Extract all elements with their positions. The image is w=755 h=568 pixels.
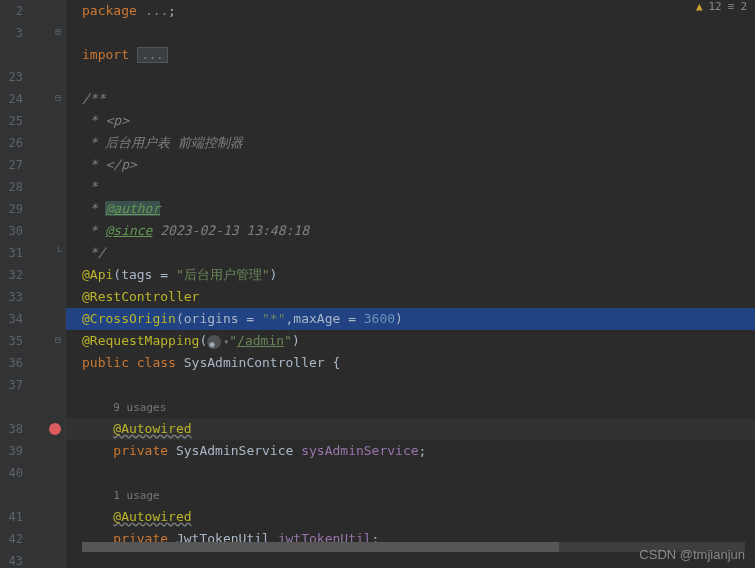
brace: {	[325, 355, 341, 370]
quote: "	[284, 333, 292, 348]
code-line[interactable]: * </p>	[66, 154, 755, 176]
code-line[interactable]: @Autowired	[66, 418, 755, 440]
scrollbar-thumb[interactable]	[82, 542, 559, 552]
gutter-line[interactable]: 33	[0, 286, 65, 308]
usages-hint[interactable]: 9 usages	[113, 401, 166, 414]
line-number: 36	[9, 352, 23, 374]
fold-icon[interactable]: ⊟	[53, 93, 63, 103]
gutter: 23⊞2324⊟25262728293031└32333435⊟36373839…	[0, 0, 66, 568]
gutter-line[interactable]: 41	[0, 506, 65, 528]
line-number: 30	[9, 220, 23, 242]
string-literal: "后台用户管理"	[176, 267, 270, 282]
code-line[interactable]	[66, 462, 755, 484]
gutter-line[interactable]: 39	[0, 440, 65, 462]
doc-tag-author: @author	[105, 201, 160, 216]
fold-icon[interactable]: ⊟	[53, 335, 63, 345]
code-area[interactable]: ▲12 ≡2 package ...; import ... /** * <p>…	[66, 0, 755, 568]
watermark: CSDN @tmjianjun	[639, 547, 745, 562]
code-line[interactable]: @Api(tags = "后台用户管理")	[66, 264, 755, 286]
gutter-line[interactable]: 3⊞	[0, 22, 65, 44]
code-line[interactable]: */	[66, 242, 755, 264]
code-line[interactable]: * @author	[66, 198, 755, 220]
attr-maxage: maxAge	[293, 311, 340, 326]
javadoc-date: 2023-02-13 13:48:18	[152, 223, 309, 238]
code-line[interactable]: *	[66, 176, 755, 198]
attr-origins: origins	[184, 311, 239, 326]
line-number: 35	[9, 330, 23, 352]
code-line[interactable]	[66, 374, 755, 396]
url-hint-icon[interactable]	[207, 335, 221, 349]
paren: (	[176, 311, 184, 326]
fold-icon[interactable]: └	[53, 247, 63, 257]
javadoc-star: *	[82, 179, 98, 194]
gutter-line[interactable]: 29	[0, 198, 65, 220]
code-line[interactable]: /**	[66, 88, 755, 110]
javadoc-end: */	[82, 245, 105, 260]
gutter-line[interactable]: 38	[0, 418, 65, 440]
code-editor: 23⊞2324⊟25262728293031└32333435⊟36373839…	[0, 0, 755, 568]
annotation-crossorigin: @CrossOrigin	[82, 311, 176, 326]
code-line[interactable]: private SysAdminService sysAdminService;	[66, 440, 755, 462]
gutter-line[interactable]: 30	[0, 220, 65, 242]
breakpoint-icon[interactable]	[49, 423, 61, 435]
gutter-line[interactable]: 26	[0, 132, 65, 154]
code-line[interactable]: @Autowired	[66, 506, 755, 528]
javadoc-star: *	[82, 157, 105, 172]
gutter-line[interactable]	[0, 484, 65, 506]
keyword-public: public	[82, 355, 129, 370]
keyword-package: package	[82, 3, 137, 18]
gutter-line[interactable]	[0, 396, 65, 418]
code-line[interactable]: * <p>	[66, 110, 755, 132]
gutter-line[interactable]: 28	[0, 176, 65, 198]
gutter-line[interactable]: 2	[0, 0, 65, 22]
url-path[interactable]: /admin	[237, 333, 284, 348]
class-name: SysAdminController	[184, 355, 325, 370]
code-line[interactable]: * 后台用户表 前端控制器	[66, 132, 755, 154]
line-number: 29	[9, 198, 23, 220]
line-number: 42	[9, 528, 23, 550]
javadoc-start: /**	[82, 91, 105, 106]
code-line[interactable]: import ...	[66, 44, 755, 66]
semicolon: ;	[168, 3, 176, 18]
code-line[interactable]	[66, 22, 755, 44]
javadoc-star: *	[82, 135, 105, 150]
line-number: 34	[9, 308, 23, 330]
code-line[interactable]: 1 usage	[66, 484, 755, 506]
gutter-line[interactable]: 40	[0, 462, 65, 484]
line-number: 28	[9, 176, 23, 198]
gutter-line[interactable]: 32	[0, 264, 65, 286]
code-line[interactable]: public class SysAdminController {	[66, 352, 755, 374]
gutter-line[interactable]: 37	[0, 374, 65, 396]
gutter-line[interactable]: 43	[0, 550, 65, 568]
type-name: SysAdminService	[176, 443, 293, 458]
keyword-class: class	[137, 355, 176, 370]
gutter-line[interactable]: 27	[0, 154, 65, 176]
string-literal: "*"	[262, 311, 285, 326]
gutter-line[interactable]: 24⊟	[0, 88, 65, 110]
line-number: 39	[9, 440, 23, 462]
fold-icon[interactable]: ⊞	[53, 27, 63, 37]
gutter-line[interactable]: 31└	[0, 242, 65, 264]
gutter-line[interactable]	[0, 44, 65, 66]
gutter-line[interactable]: 23	[0, 66, 65, 88]
quote: "	[229, 333, 237, 348]
gutter-line[interactable]: 25	[0, 110, 65, 132]
code-line[interactable]	[66, 66, 755, 88]
code-line[interactable]: * @since 2023-02-13 13:48:18	[66, 220, 755, 242]
gutter-line[interactable]: 42	[0, 528, 65, 550]
gutter-line[interactable]: 36	[0, 352, 65, 374]
code-line[interactable]: @RestController	[66, 286, 755, 308]
usages-hint[interactable]: 1 usage	[113, 489, 159, 502]
code-line-current[interactable]: @CrossOrigin(origins = "*",maxAge = 3600…	[66, 308, 755, 330]
line-number: 43	[9, 550, 23, 568]
gutter-line[interactable]: 35⊟	[0, 330, 65, 352]
code-line[interactable]: @RequestMapping(▾"/admin")	[66, 330, 755, 352]
folded-imports[interactable]: ...	[137, 47, 169, 63]
code-line[interactable]: package ...;	[66, 0, 755, 22]
html-tag-p-close: </p>	[105, 157, 136, 172]
annotation-requestmapping: @RequestMapping	[82, 333, 199, 348]
line-number: 32	[9, 264, 23, 286]
gutter-line[interactable]: 34	[0, 308, 65, 330]
code-line[interactable]: 9 usages	[66, 396, 755, 418]
javadoc-star: *	[82, 223, 105, 238]
